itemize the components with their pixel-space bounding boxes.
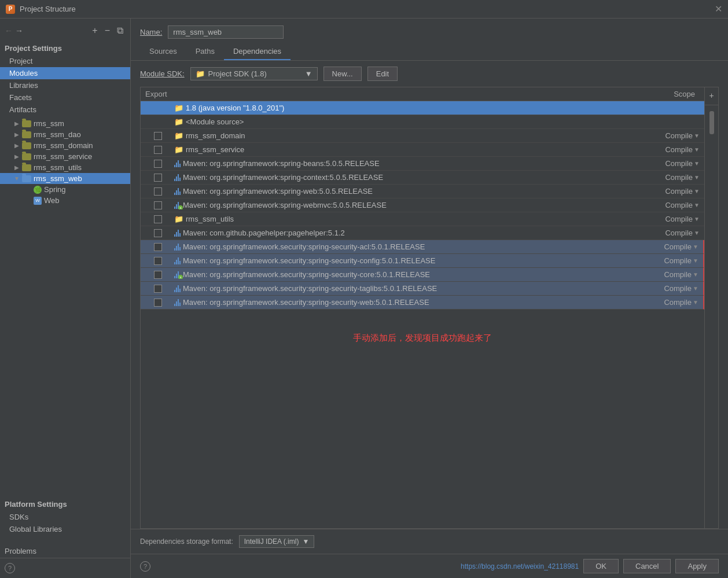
sidebar-item-problems[interactable]: Problems — [0, 535, 130, 558]
dep-name-spring-beans: Maven: org.springframework:spring-beans:… — [174, 159, 630, 168]
export-checkbox[interactable] — [154, 285, 162, 293]
dep-row-pagehelper[interactable]: Maven: com.github.pagehelper:pagehelper:… — [141, 226, 704, 240]
nav-back-button[interactable]: ← — [5, 26, 13, 35]
tree-item-rms-ssm-web[interactable]: ▼ rms_ssm_web — [0, 173, 130, 184]
dep-row-security-acl[interactable]: Maven: org.springframework.security:spri… — [141, 240, 704, 254]
dep-scope-security-web[interactable]: Compile ▼ — [629, 298, 698, 307]
problems-label: Problems — [5, 547, 36, 555]
dep-row-security-taglibs[interactable]: Maven: org.springframework.security:spri… — [141, 282, 704, 296]
tab-sources[interactable]: Sources — [140, 43, 186, 60]
copy-module-button[interactable]: ⧉ — [115, 24, 126, 37]
apply-button[interactable]: Apply — [675, 559, 719, 573]
help-icon[interactable]: ? — [5, 563, 15, 573]
sidebar-item-sdks[interactable]: SDKs — [0, 511, 130, 523]
tree-item-label: rms_ssm_domain — [34, 141, 93, 150]
dep-row-spring-web[interactable]: Maven: org.springframework:spring-web:5.… — [141, 185, 704, 198]
edit-sdk-button[interactable]: Edit — [367, 67, 398, 81]
dep-row-domain[interactable]: 📁 rms_ssm_domain Compile ▼ — [141, 129, 704, 143]
remove-module-button[interactable]: − — [102, 24, 112, 37]
dep-row-security-config[interactable]: Maven: org.springframework.security:spri… — [141, 254, 704, 268]
dep-row-spring-context[interactable]: Maven: org.springframework:spring-contex… — [141, 171, 704, 185]
export-checkbox[interactable] — [154, 229, 162, 237]
dep-row-spring-webmvc[interactable]: s Maven: org.springframework:spring-webm… — [141, 198, 704, 212]
dep-scope-service[interactable]: Compile ▼ — [630, 145, 700, 154]
maven-icon — [174, 244, 181, 251]
dep-name-spring-web: Maven: org.springframework:spring-web:5.… — [174, 187, 630, 196]
add-module-button[interactable]: + — [90, 24, 100, 37]
export-checkbox[interactable] — [154, 174, 162, 182]
dep-scope-security-acl[interactable]: Compile ▼ — [629, 242, 698, 251]
export-checkbox[interactable] — [154, 187, 162, 196]
right-panel: Name: Sources Paths Dependencies Module … — [131, 19, 728, 578]
sidebar-item-project[interactable]: Project — [0, 55, 130, 67]
dep-scope-pagehelper[interactable]: Compile ▼ — [630, 229, 700, 237]
dep-table-container: Export Scope 📁 1.8 (java version "1.8.0_… — [140, 87, 705, 529]
sidebar-item-artifacts[interactable]: Artifacts — [0, 104, 130, 116]
export-checkbox[interactable] — [154, 257, 162, 265]
dep-scope-spring-web[interactable]: Compile ▼ — [630, 187, 700, 196]
add-dep-button[interactable]: + — [708, 90, 715, 101]
dep-table-area: Export Scope 📁 1.8 (java version "1.8.0_… — [131, 87, 728, 529]
sidebar-item-facets[interactable]: Facets — [0, 91, 130, 104]
nav-forward-button[interactable]: → — [15, 26, 23, 35]
sdk-dropdown[interactable]: 📁 Project SDK (1.8) ▼ — [190, 67, 318, 80]
dep-row-utils[interactable]: 📁 rms_ssm_utils Compile ▼ — [141, 212, 704, 226]
sidebar-item-modules[interactable]: Modules — [0, 67, 130, 79]
dep-scope-security-config[interactable]: Compile ▼ — [629, 256, 698, 265]
dep-row-module-source[interactable]: 📁 <Module source> — [141, 115, 704, 129]
tree-item-rms-ssm-dao[interactable]: ▶ rms_ssm_dao — [0, 129, 130, 140]
dep-row-spring-beans[interactable]: Maven: org.springframework:spring-beans:… — [141, 157, 704, 171]
new-sdk-button[interactable]: New... — [323, 67, 362, 81]
close-button[interactable]: ✕ — [715, 3, 722, 14]
export-cell — [145, 229, 174, 237]
ok-button[interactable]: OK — [583, 559, 619, 573]
tree-item-label: rms_ssm_service — [34, 152, 92, 161]
dep-scope-spring-webmvc[interactable]: Compile ▼ — [630, 201, 700, 209]
tree-item-rms-ssm-utils[interactable]: ▶ rms_ssm_utils — [0, 162, 130, 173]
dep-scope-spring-beans[interactable]: Compile ▼ — [630, 159, 700, 168]
dep-scope-security-core[interactable]: Compile ▼ — [629, 270, 698, 279]
tab-paths[interactable]: Paths — [186, 43, 224, 60]
sidebar-item-artifacts-label: Artifacts — [9, 105, 36, 114]
web-icon: W — [34, 197, 42, 205]
tree-item-rms-ssm-service[interactable]: ▶ rms_ssm_service — [0, 151, 130, 162]
export-checkbox[interactable] — [154, 299, 162, 307]
help-question-mark[interactable]: ? — [140, 561, 150, 572]
dep-row-security-web[interactable]: Maven: org.springframework.security:spri… — [141, 296, 704, 310]
storage-format-dropdown[interactable]: IntelliJ IDEA (.iml) ▼ — [239, 535, 315, 548]
maven-icon — [174, 174, 181, 181]
dep-name-module-source: 📁 <Module source> — [174, 117, 630, 126]
sidebar-item-libraries[interactable]: Libraries — [0, 79, 130, 91]
cancel-button[interactable]: Cancel — [623, 559, 671, 573]
tree-item-web[interactable]: W Web — [0, 195, 130, 206]
scope-dropdown-arrow: ▼ — [694, 188, 700, 194]
dep-scope-domain[interactable]: Compile ▼ — [630, 131, 700, 140]
export-checkbox[interactable] — [154, 132, 162, 140]
sidebar-item-global-libraries[interactable]: Global Libraries — [0, 523, 130, 535]
dep-scope-utils[interactable]: Compile ▼ — [630, 215, 700, 223]
dep-scope-security-taglibs[interactable]: Compile ▼ — [629, 284, 698, 293]
tree-item-rms-ssm-domain[interactable]: ▶ rms_ssm_domain — [0, 140, 130, 151]
tree-item-label: rms_ssm_utils — [34, 163, 82, 172]
tree-item-rms-ssm[interactable]: ▶ rms_ssm — [0, 118, 130, 129]
module-name-input[interactable] — [168, 25, 284, 39]
dep-name-utils: 📁 rms_ssm_utils — [174, 215, 630, 223]
tab-dependencies[interactable]: Dependencies — [224, 43, 291, 60]
scroll-thumb[interactable] — [709, 111, 714, 134]
module-folder-icon: 📁 — [174, 145, 183, 154]
dep-row-security-core[interactable]: s Maven: org.springframework.security:sp… — [141, 268, 704, 282]
annotation-area: 手动添加后，发现项目成功跑起来了 — [141, 310, 704, 528]
spring-maven-icon: s — [174, 202, 181, 209]
export-checkbox[interactable] — [154, 201, 162, 209]
tree-item-spring[interactable]: 🌿 Spring — [0, 184, 130, 195]
export-checkbox[interactable] — [154, 243, 162, 251]
dep-row-jdk[interactable]: 📁 1.8 (java version "1.8.0_201") — [141, 101, 704, 115]
export-checkbox[interactable] — [154, 271, 162, 279]
dep-scope-spring-context[interactable]: Compile ▼ — [630, 173, 700, 182]
module-sdk-label-text: Module SDK: — [140, 69, 185, 78]
export-checkbox[interactable] — [154, 146, 162, 154]
dep-row-service[interactable]: 📁 rms_ssm_service Compile ▼ — [141, 143, 704, 157]
csdn-link[interactable]: https://blog.csdn.net/weixin_42118981 — [461, 562, 579, 570]
export-checkbox[interactable] — [154, 160, 162, 168]
export-checkbox[interactable] — [154, 215, 162, 223]
